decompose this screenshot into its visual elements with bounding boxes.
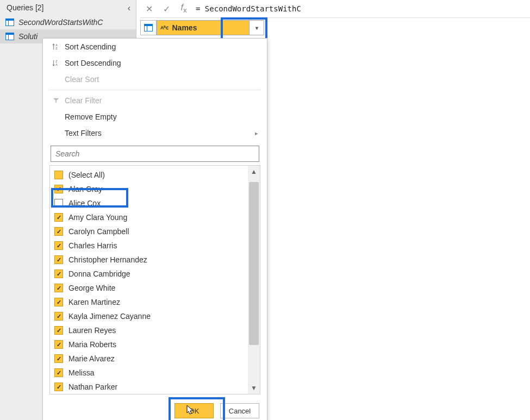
- checkbox-unchecked-icon[interactable]: [54, 199, 63, 208]
- filter-row[interactable]: Amy Clara Young: [50, 210, 248, 224]
- select-all-label: (Select All): [68, 169, 105, 181]
- filter-row[interactable]: Kayla Jimenez Cayanne: [50, 309, 248, 323]
- filter-row[interactable]: Karen Martinez: [50, 295, 248, 309]
- filter-value-label: George White: [68, 282, 115, 294]
- query-label: SecondWordStartsWithC: [18, 18, 103, 27]
- filter-row[interactable]: Marie Alvarez: [50, 352, 248, 366]
- filter-value-label: Amy Clara Young: [68, 211, 127, 223]
- checkbox-checked-icon[interactable]: [54, 185, 63, 193]
- fx-icon[interactable]: fx: [175, 3, 192, 14]
- filter-row[interactable]: Donna Cambridge: [50, 267, 248, 281]
- clear-sort: Clear Sort: [43, 71, 267, 87]
- filter-row[interactable]: Melissa: [50, 366, 248, 380]
- svg-text:A: A: [55, 63, 58, 66]
- menu-label: Clear Sort: [65, 75, 99, 84]
- queries-title: Queries [2]: [7, 3, 43, 12]
- remove-empty[interactable]: Remove Empty: [43, 109, 267, 125]
- queries-header: Queries [2] ‹: [0, 0, 136, 15]
- collapse-icon[interactable]: ‹: [128, 3, 130, 13]
- checkbox-checked-icon[interactable]: [54, 213, 63, 222]
- sort-ascending[interactable]: AZ Sort Ascending: [43, 39, 267, 55]
- menu-label: Sort Ascending: [65, 42, 116, 51]
- sort-descending[interactable]: ZA Sort Descending: [43, 55, 267, 71]
- sort-desc-icon: ZA: [51, 59, 61, 67]
- formula-text[interactable]: = SecondWordStartsWithC: [192, 4, 301, 13]
- filter-value-label: Melissa: [68, 367, 94, 379]
- scroll-thumb[interactable]: [249, 182, 259, 345]
- search-wrap: [43, 141, 267, 164]
- menu-label: Clear Filter: [65, 96, 102, 105]
- checkbox-checked-icon[interactable]: [54, 383, 63, 391]
- filter-row[interactable]: Nathan Parker: [50, 380, 248, 394]
- menu-label: Text Filters: [65, 129, 102, 137]
- filter-value-label: Lauren Reyes: [68, 324, 116, 336]
- checkbox-indeterminate-icon[interactable]: [54, 171, 63, 179]
- formula-bar: ✕ ✓ fx = SecondWordStartsWithC: [140, 0, 530, 18]
- table-icon: [144, 24, 153, 32]
- filter-value-label: Alan Gray: [68, 183, 102, 195]
- select-all-row[interactable]: (Select All): [50, 168, 248, 182]
- ok-button[interactable]: OK: [174, 403, 214, 418]
- filter-value-label: Carolyn Campbell: [68, 225, 129, 237]
- svg-text:Z: Z: [55, 47, 58, 50]
- filter-value-label: Nathan Parker: [68, 381, 117, 393]
- filter-value-label: Marie Alvarez: [68, 353, 115, 365]
- svg-text:Z: Z: [55, 60, 58, 63]
- query-label: Soluti: [18, 32, 38, 41]
- checkbox-checked-icon[interactable]: [54, 284, 63, 292]
- filter-value-label: Christopher Hernandez: [68, 254, 147, 266]
- filter-values-list: (Select All) Alan GrayAlice CoxAmy Clara…: [49, 165, 260, 394]
- checkbox-checked-icon[interactable]: [54, 340, 63, 349]
- text-type-icon: Aᴮᴄ: [160, 25, 169, 30]
- checkbox-checked-icon[interactable]: [54, 227, 63, 236]
- column-header-names[interactable]: Aᴮᴄ Names ▾: [157, 20, 264, 35]
- filter-row[interactable]: Maria Roberts: [50, 337, 248, 352]
- scrollbar[interactable]: ▲ ▼: [248, 166, 260, 394]
- filter-row[interactable]: Alice Cox: [50, 196, 248, 210]
- checkbox-checked-icon[interactable]: [54, 312, 63, 321]
- scroll-down-icon[interactable]: ▼: [248, 382, 260, 394]
- svg-text:A: A: [55, 43, 58, 47]
- checkbox-checked-icon[interactable]: [54, 298, 63, 306]
- checkbox-checked-icon[interactable]: [54, 255, 63, 264]
- column-filter-dropdown[interactable]: ▾: [249, 21, 264, 35]
- filter-icon: [51, 97, 61, 104]
- separator: [49, 90, 260, 90]
- scroll-up-icon[interactable]: ▲: [248, 166, 260, 178]
- query-item[interactable]: SecondWordStartsWithC: [0, 15, 136, 29]
- filter-row[interactable]: Christopher Hernandez: [50, 253, 248, 267]
- checkbox-checked-icon[interactable]: [54, 241, 63, 250]
- text-filters[interactable]: Text Filters: [43, 125, 267, 141]
- accept-formula-icon[interactable]: ✓: [158, 4, 175, 14]
- cancel-formula-icon[interactable]: ✕: [140, 4, 158, 14]
- ok-label: OK: [189, 407, 199, 415]
- chevron-down-icon: ▾: [255, 25, 258, 31]
- filter-value-label: Charles Harris: [68, 240, 117, 252]
- cancel-label: Cancel: [229, 407, 251, 415]
- filter-row[interactable]: Charles Harris: [50, 239, 248, 253]
- filter-row[interactable]: George White: [50, 281, 248, 295]
- checkbox-checked-icon[interactable]: [54, 354, 63, 363]
- checkbox-checked-icon[interactable]: [54, 269, 63, 278]
- filter-row[interactable]: Lauren Reyes: [50, 323, 248, 337]
- filter-value-label: Kayla Jimenez Cayanne: [68, 310, 151, 322]
- cancel-button[interactable]: Cancel: [220, 403, 259, 418]
- column-header-row: Aᴮᴄ Names ▾: [140, 20, 530, 35]
- ok-wrap: OK: [174, 403, 214, 418]
- filter-row[interactable]: Alan Gray: [50, 182, 248, 196]
- menu-label: Remove Empty: [65, 112, 117, 121]
- search-input[interactable]: [51, 146, 259, 162]
- filter-row[interactable]: Carolyn Campbell: [50, 224, 248, 239]
- checkbox-checked-icon[interactable]: [54, 326, 63, 335]
- column-name: Names: [172, 23, 197, 32]
- filter-value-label: Alice Cox: [68, 197, 101, 209]
- table-icon: [5, 33, 14, 40]
- filter-value-label: Donna Cambridge: [68, 268, 130, 280]
- row-handle-icon[interactable]: [140, 20, 157, 35]
- filter-menu: AZ Sort Ascending ZA Sort Descending Cle…: [42, 38, 267, 420]
- button-row: OK Cancel: [43, 398, 267, 420]
- list-inner: (Select All) Alan GrayAlice CoxAmy Clara…: [50, 166, 248, 394]
- clear-filter: Clear Filter: [43, 92, 267, 109]
- sort-asc-icon: AZ: [51, 43, 61, 51]
- checkbox-checked-icon[interactable]: [54, 368, 63, 377]
